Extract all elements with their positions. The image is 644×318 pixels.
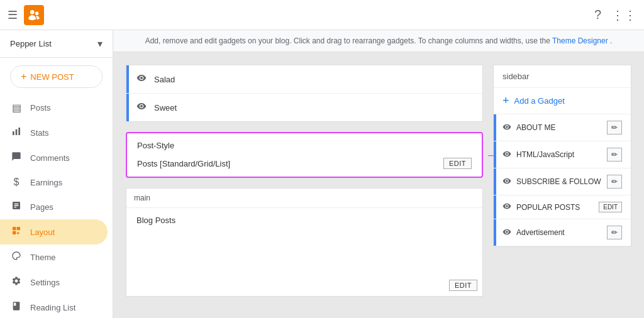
- sidebar-gadget-about-me: ABOUT ME ✏: [494, 114, 631, 141]
- main-edit-button[interactable]: EDIT: [449, 280, 477, 291]
- eye-icon-about-me[interactable]: [502, 123, 511, 133]
- drag-handle-about-me: [494, 114, 496, 141]
- sidebar-panel: sidebar + Add a Gadget ABOUT ME: [493, 65, 631, 305]
- add-gadget-row[interactable]: + Add a Gadget: [494, 88, 631, 114]
- sidebar-gadget-popular-posts-label: POPULAR POSTS: [516, 203, 594, 212]
- theme-designer-link[interactable]: Theme Designer: [552, 36, 608, 45]
- sidebar-item-reading-list[interactable]: Reading List: [0, 295, 108, 318]
- sidebar-gadget-advertisement: Advertisement ✏: [494, 219, 631, 246]
- header-gadget-sweet: Sweet: [126, 94, 482, 121]
- post-style-edit-button[interactable]: EDIT: [443, 158, 472, 169]
- sidebar-item-theme[interactable]: Theme: [0, 244, 108, 270]
- info-bar: Add, remove and edit gadgets on your blo…: [113, 30, 644, 52]
- plus-icon: +: [21, 71, 26, 82]
- svg-rect-1: [16, 129, 18, 135]
- sidebar-item-pages[interactable]: Pages: [0, 194, 108, 219]
- html-js-edit-button[interactable]: ✏: [607, 148, 622, 162]
- sidebar-item-earnings[interactable]: $ Earnings: [0, 170, 108, 194]
- sidebar-item-posts[interactable]: ▤ Posts: [0, 96, 108, 120]
- eye-icon-popular-posts[interactable]: [502, 202, 511, 212]
- sidebar-item-posts-label: Posts: [30, 103, 51, 112]
- info-bar-text: Add, remove and edit gadgets on your blo…: [145, 36, 550, 45]
- top-bar: ☰ ? ⋮⋮: [0, 0, 644, 30]
- earnings-icon: $: [10, 177, 23, 188]
- sidebar-panel-inner: sidebar + Add a Gadget ABOUT ME: [493, 65, 631, 247]
- add-gadget-label: Add a Gadget: [514, 96, 565, 106]
- main-section: main Blog Posts EDIT: [126, 188, 483, 297]
- content-area: Add, remove and edit gadgets on your blo…: [113, 30, 644, 318]
- comments-icon: [10, 151, 23, 164]
- theme-icon: [10, 251, 23, 263]
- posts-icon: ▤: [10, 102, 23, 114]
- svg-rect-0: [13, 131, 14, 135]
- advertisement-edit-button[interactable]: ✏: [607, 226, 622, 239]
- sidebar-gadget-html-js: HTML/JavaScript ✏: [494, 141, 631, 168]
- main-label: main: [126, 189, 482, 208]
- post-style-content: Posts [Standard/Grid/List] EDIT: [137, 158, 472, 169]
- new-post-button[interactable]: + NEW POST: [10, 65, 103, 88]
- reading-list-icon: [10, 301, 23, 314]
- left-section: Salad Sweet Post-Style: [126, 65, 483, 305]
- sidebar-item-settings[interactable]: Settings: [0, 270, 108, 295]
- sidebar-item-layout[interactable]: Layout: [0, 219, 108, 244]
- sidebar-item-theme-label: Theme: [30, 253, 55, 262]
- sidebar-item-comments-label: Comments: [30, 153, 70, 163]
- sidebar-item-reading-list-label: Reading List: [30, 303, 75, 312]
- add-gadget-plus-icon: +: [502, 94, 509, 107]
- sidebar-item-settings-label: Settings: [30, 278, 60, 287]
- layout-icon: [10, 226, 23, 238]
- sidebar-item-pages-label: Pages: [30, 202, 53, 212]
- popular-posts-edit-button[interactable]: EDIT: [599, 202, 622, 212]
- grid-icon[interactable]: ⋮⋮: [611, 8, 636, 23]
- sidebar-item-layout-label: Layout: [30, 228, 55, 237]
- gadget-area: Salad Sweet Post-Style: [113, 52, 644, 318]
- sidebar-gadget-subscribe-label: SUBSCRIBE & FOLLOW: [516, 177, 602, 186]
- blog-selector[interactable]: Pepper List ▾: [0, 30, 113, 58]
- svg-rect-2: [18, 128, 20, 135]
- sidebar: Pepper List ▾ + NEW POST ▤ Posts Stats: [0, 30, 113, 318]
- header-gadget-salad: Salad: [126, 65, 482, 94]
- subscribe-edit-button[interactable]: ✏: [607, 175, 622, 189]
- sidebar-gadget-subscribe: SUBSCRIBE & FOLLOW ✏: [494, 168, 631, 195]
- post-style-box: Post-Style Posts [Standard/Grid/List] ED…: [126, 132, 483, 178]
- eye-icon-advertisement[interactable]: [502, 228, 511, 238]
- eye-icon-sweet[interactable]: [136, 101, 147, 114]
- info-bar-period: .: [610, 36, 612, 45]
- app-container: ☰ ? ⋮⋮ Pepper List ▾ + NEW POST ▤: [0, 0, 644, 318]
- main-layout: Pepper List ▾ + NEW POST ▤ Posts Stats: [0, 30, 644, 318]
- sidebar-gadget-advertisement-label: Advertisement: [516, 228, 602, 237]
- blog-name: Pepper List: [10, 39, 97, 48]
- blogger-logo: [24, 5, 44, 25]
- help-icon[interactable]: ?: [594, 8, 601, 22]
- eye-icon-salad[interactable]: [136, 73, 147, 85]
- sidebar-gadget-html-js-label: HTML/JavaScript: [516, 150, 602, 159]
- main-gadget: Blog Posts EDIT: [126, 208, 482, 296]
- post-style-container: Post-Style Posts [Standard/Grid/List] ED…: [126, 132, 483, 178]
- sidebar-panel-header: sidebar: [494, 65, 631, 88]
- gadget-name-sweet: Sweet: [154, 103, 177, 112]
- eye-icon-subscribe[interactable]: [502, 177, 511, 187]
- sidebar-gadget-about-me-label: ABOUT ME: [516, 123, 602, 132]
- sidebar-gadget-popular-posts: POPULAR POSTS EDIT: [494, 195, 631, 219]
- pages-icon: [10, 200, 23, 213]
- drag-handle-popular-posts: [494, 195, 496, 219]
- drag-handle-salad: [126, 65, 129, 93]
- gadget-name-salad: Salad: [154, 75, 175, 84]
- hamburger-icon[interactable]: ☰: [8, 8, 18, 22]
- header-gadgets: Salad Sweet: [126, 65, 483, 122]
- post-style-label: Posts [Standard/Grid/List]: [137, 159, 230, 168]
- about-me-edit-button[interactable]: ✏: [607, 121, 622, 134]
- sidebar-item-earnings-label: Earnings: [30, 178, 62, 187]
- drag-handle-html-js: [494, 141, 496, 168]
- drag-handle-advertisement: [494, 219, 496, 246]
- top-bar-left: ☰: [8, 5, 44, 25]
- eye-icon-html-js[interactable]: [502, 150, 511, 160]
- settings-icon: [10, 276, 23, 288]
- stats-icon: [10, 126, 23, 139]
- dropdown-arrow-icon: ▾: [97, 38, 103, 50]
- sidebar-item-stats[interactable]: Stats: [0, 120, 108, 145]
- sidebar-item-stats-label: Stats: [30, 128, 49, 138]
- sidebar-item-comments[interactable]: Comments: [0, 145, 108, 170]
- drag-handle-subscribe: [494, 168, 496, 195]
- drag-handle-sweet: [126, 94, 129, 121]
